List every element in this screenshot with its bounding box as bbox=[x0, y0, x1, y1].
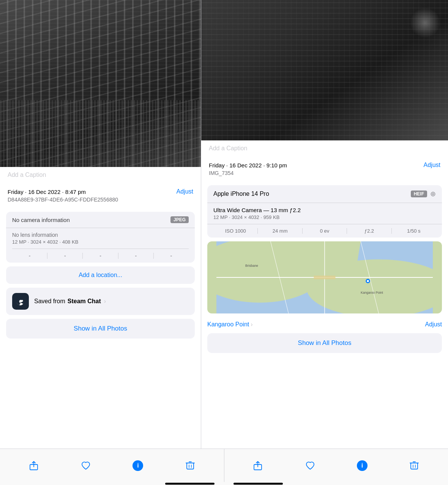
left-show-all-label: Show in All Photos bbox=[74, 325, 127, 332]
left-exif-4: - bbox=[154, 253, 189, 259]
right-photo bbox=[201, 0, 448, 140]
svg-text:Brisbane: Brisbane bbox=[245, 264, 258, 268]
left-date: Friday · 16 Dec 2022 · 8:47 pm bbox=[8, 189, 86, 195]
right-exif-row: ISO 1000 24 mm 0 ev ƒ2.2 1/50 s bbox=[213, 224, 436, 238]
svg-text:Kangaroo Point: Kangaroo Point bbox=[361, 291, 383, 294]
left-adjust-button[interactable]: Adjust bbox=[177, 188, 193, 195]
saved-from-source: Steam Chat bbox=[68, 298, 101, 305]
left-caption-placeholder: Add a Caption bbox=[8, 172, 46, 178]
left-specs: 12 MP · 3024 × 4032 · 408 KB bbox=[12, 239, 189, 245]
right-specs: 12 MP · 3024 × 4032 · 959 KB bbox=[213, 214, 436, 220]
right-toolbar: i bbox=[224, 449, 448, 482]
share-icon bbox=[29, 461, 39, 471]
left-saved-from-text: Saved from Steam Chat › bbox=[34, 298, 106, 305]
right-map[interactable]: Brisbane Kangaroo Point bbox=[207, 241, 442, 313]
right-exif-mm: 24 mm bbox=[258, 228, 302, 234]
left-photo bbox=[0, 0, 201, 167]
svg-rect-16 bbox=[187, 463, 194, 469]
home-bar-left bbox=[165, 483, 215, 485]
right-show-all-button[interactable]: Show in All Photos bbox=[207, 333, 442, 353]
left-heart-button[interactable] bbox=[80, 460, 92, 472]
right-trash-button[interactable] bbox=[408, 460, 420, 472]
right-heart-icon bbox=[305, 461, 315, 471]
right-show-all-label: Show in All Photos bbox=[298, 339, 352, 346]
svg-point-13 bbox=[367, 280, 369, 282]
left-camera-card: No camera information JPEG No lens infor… bbox=[6, 212, 195, 263]
right-date: Friday · 16 Dec 2022 · 9:10 pm bbox=[209, 162, 287, 168]
left-share-button[interactable] bbox=[28, 460, 40, 472]
left-exif-2: - bbox=[83, 253, 118, 259]
right-badge-row: HEIF ⊕ bbox=[411, 190, 436, 198]
info-circle: i bbox=[133, 460, 143, 471]
right-exif-aperture: ƒ2.2 bbox=[347, 228, 391, 234]
left-add-location-button[interactable]: Add a location... bbox=[6, 266, 195, 284]
right-caption-area: Add a Caption bbox=[201, 140, 448, 156]
right-location-adjust-button[interactable]: Adjust bbox=[425, 321, 442, 328]
left-exif-1: - bbox=[47, 253, 83, 259]
right-location-name: Kangaroo Point bbox=[207, 321, 249, 328]
steam-icon bbox=[12, 293, 29, 310]
right-share-icon bbox=[253, 461, 263, 471]
heart-icon bbox=[80, 461, 91, 471]
map-svg: Brisbane Kangaroo Point bbox=[207, 241, 442, 313]
steam-logo-svg bbox=[15, 296, 26, 307]
trash-icon bbox=[186, 461, 195, 471]
right-camera-card: Apple iPhone 14 Pro HEIF ⊕ Ultra Wide Ca… bbox=[207, 185, 442, 238]
left-camera-title: No camera information bbox=[12, 217, 70, 223]
left-add-location-label: Add a location... bbox=[79, 272, 122, 278]
right-exif-iso: ISO 1000 bbox=[213, 228, 258, 234]
right-location-chevron: › bbox=[251, 321, 252, 328]
right-caption-placeholder: Add a Caption bbox=[209, 145, 247, 151]
left-info-section: Friday · 16 Dec 2022 · 8:47 pm Adjust D8… bbox=[0, 183, 201, 208]
saved-from-prefix: Saved from bbox=[34, 298, 65, 305]
left-toolbar: i bbox=[0, 449, 224, 482]
left-trash-button[interactable] bbox=[184, 460, 196, 472]
home-indicator bbox=[0, 482, 448, 485]
right-info-circle: i bbox=[357, 460, 368, 471]
svg-rect-9 bbox=[314, 276, 336, 279]
right-info-section: Friday · 16 Dec 2022 · 9:10 pm Adjust IM… bbox=[201, 156, 448, 181]
right-heart-button[interactable] bbox=[304, 460, 316, 472]
right-info-button[interactable]: i bbox=[356, 460, 368, 472]
right-map-footer: Kangaroo Point › Adjust bbox=[207, 317, 442, 329]
saved-from-chevron: › bbox=[104, 298, 106, 305]
right-exif-ev: 0 ev bbox=[303, 228, 347, 234]
location-target-icon: ⊕ bbox=[430, 190, 436, 198]
right-exif-shutter: 1/50 s bbox=[392, 228, 436, 234]
right-lens-info: Ultra Wide Camera — 13 mm ƒ2.2 bbox=[213, 207, 436, 213]
left-caption-area: Add a Caption bbox=[0, 167, 201, 183]
right-adjust-button[interactable]: Adjust bbox=[424, 162, 440, 168]
right-camera-title: Apple iPhone 14 Pro bbox=[213, 191, 269, 197]
left-filename: D84A88E9-37BF-4DE6-A95C-FDDFE2556880 bbox=[8, 197, 193, 203]
left-exif-3: - bbox=[118, 253, 154, 259]
right-share-button[interactable] bbox=[252, 460, 264, 472]
left-format-badge: JPEG bbox=[170, 216, 189, 223]
left-saved-from-row[interactable]: Saved from Steam Chat › bbox=[6, 288, 195, 315]
left-lens-info: No lens information bbox=[12, 232, 189, 238]
left-exif-0: - bbox=[12, 253, 47, 259]
right-format-badge: HEIF bbox=[411, 191, 427, 197]
left-exif-row: - - - - - bbox=[12, 249, 189, 263]
left-info-button[interactable]: i bbox=[132, 460, 144, 472]
right-location-link[interactable]: Kangaroo Point › bbox=[207, 321, 253, 328]
right-trash-icon bbox=[410, 461, 419, 471]
left-show-all-button[interactable]: Show in All Photos bbox=[6, 319, 195, 339]
bottom-toolbar: i i bbox=[0, 449, 448, 482]
right-filename: IMG_7354 bbox=[209, 170, 440, 176]
svg-rect-23 bbox=[411, 463, 418, 469]
home-bar-right bbox=[233, 483, 283, 485]
